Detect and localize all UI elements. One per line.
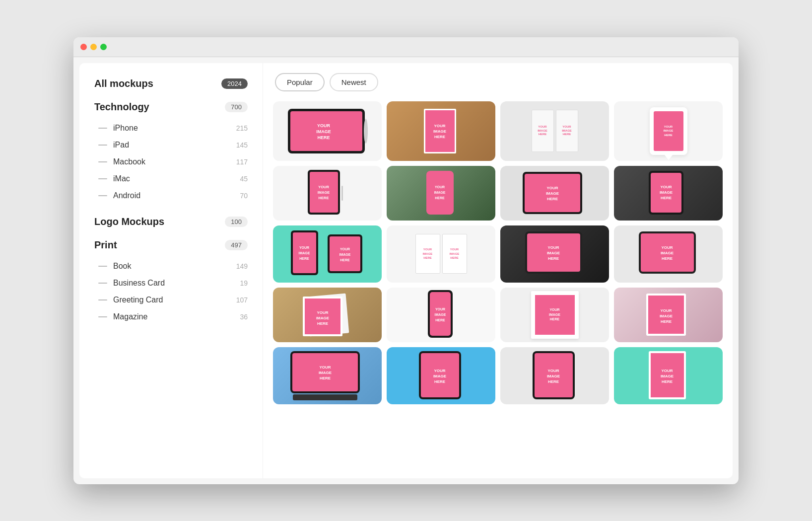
svg-text:HERE: HERE	[434, 135, 445, 139]
svg-text:IMAGE: IMAGE	[316, 129, 331, 134]
svg-text:IMAGE: IMAGE	[339, 253, 350, 256]
svg-text:HERE: HERE	[661, 379, 673, 384]
imac-label: iMac	[113, 174, 130, 183]
mockup-item-4[interactable]: YOURIMAGEHERE	[614, 101, 723, 161]
mockup-grid: YOUR IMAGE HERE	[273, 101, 723, 404]
svg-text:YOUR: YOUR	[661, 245, 673, 250]
svg-text:IMAGE: IMAGE	[660, 374, 674, 378]
svg-text:HERE: HERE	[435, 318, 445, 322]
mockup-item-17[interactable]: YOUR IMAGE HERE	[273, 347, 382, 404]
sidebar-technology-section: Technology 700 iPhone 215 iPad	[94, 101, 248, 204]
svg-text:IMAGE: IMAGE	[317, 190, 330, 195]
minimize-button[interactable]	[90, 44, 97, 50]
svg-text:YOUR: YOUR	[435, 307, 445, 311]
mockup-item-6[interactable]: YOUR IMAGE HERE	[387, 166, 495, 221]
svg-text:YOUR: YOUR	[317, 123, 330, 128]
dash-icon	[98, 161, 107, 162]
svg-text:IMAGE: IMAGE	[546, 374, 560, 378]
sidebar-item-iphone[interactable]: iPhone 215	[98, 120, 248, 137]
svg-text:YOUR: YOUR	[546, 186, 558, 190]
dash-icon	[98, 128, 107, 129]
imac-count: 45	[240, 175, 248, 183]
close-button[interactable]	[80, 44, 87, 50]
dash-icon	[98, 299, 107, 300]
technology-badge: 700	[225, 102, 248, 112]
svg-text:HERE: HERE	[661, 256, 673, 261]
mockup-item-14[interactable]: YOUR IMAGE HERE	[387, 288, 495, 342]
mockup-item-15[interactable]: YOURIMAGEHERE	[500, 288, 609, 342]
sidebar-item-macbook[interactable]: Macbook 117	[98, 153, 248, 170]
dash-icon	[98, 178, 107, 179]
mockup-item-9[interactable]: YOUR IMAGE HERE YOUR IMAGE HERE	[273, 225, 382, 283]
sidebar-item-book[interactable]: Book 149	[98, 258, 248, 275]
iphone-count: 215	[236, 124, 248, 132]
svg-text:HERE: HERE	[547, 379, 559, 384]
svg-text:HERE: HERE	[547, 256, 559, 261]
svg-text:IMAGE: IMAGE	[318, 371, 332, 375]
mockup-item-12[interactable]: YOUR IMAGE HERE	[614, 225, 723, 283]
svg-text:YOUR: YOUR	[660, 308, 672, 313]
mockup-item-16[interactable]: YOUR IMAGE HERE	[614, 288, 723, 342]
macbook-label: Macbook	[113, 157, 145, 166]
sidebar-item-android[interactable]: Android 70	[98, 187, 248, 204]
app-window: All mockups 2024 Technology 700 iPhone	[73, 37, 739, 484]
sidebar-item-greeting-card[interactable]: Greeting Card 107	[98, 292, 248, 308]
mockup-item-8[interactable]: YOUR IMAGE HERE	[614, 166, 723, 221]
sidebar-logo-section: Logo Mockups 100	[94, 216, 248, 227]
grid-area: YOUR IMAGE HERE	[263, 96, 733, 478]
sidebar-item-ipad[interactable]: iPad 145	[98, 137, 248, 153]
magazine-count: 36	[240, 313, 248, 321]
print-sub-items: Book 149 Business Card 19	[94, 258, 248, 325]
mockup-item-19[interactable]: YOUR IMAGE HERE	[500, 347, 609, 404]
svg-text:HERE: HERE	[317, 321, 328, 326]
svg-text:IMAGE: IMAGE	[434, 313, 446, 316]
greeting-card-count: 107	[236, 296, 248, 304]
technology-label: Technology	[94, 101, 149, 113]
svg-rect-16	[341, 186, 343, 201]
svg-text:YOUR: YOUR	[434, 185, 444, 189]
mockup-item-11[interactable]: YOUR IMAGE HERE	[500, 225, 609, 283]
svg-text:HERE: HERE	[340, 258, 350, 262]
svg-text:YOUR: YOUR	[547, 245, 559, 250]
mockup-item-1[interactable]: YOUR IMAGE HERE	[273, 101, 382, 161]
svg-text:HERE: HERE	[546, 197, 558, 201]
mockup-item-5[interactable]: YOUR IMAGE HERE	[273, 166, 382, 221]
mockup-item-2[interactable]: YOUR IMAGE HERE	[387, 101, 495, 161]
mockup-item-18[interactable]: YOUR IMAGE HERE	[387, 347, 495, 404]
sidebar: All mockups 2024 Technology 700 iPhone	[79, 63, 263, 478]
svg-text:YOUR: YOUR	[661, 369, 673, 373]
mockup-item-13[interactable]: YOUR IMAGE HERE	[273, 288, 382, 342]
business-card-label: Business Card	[113, 279, 165, 288]
logo-category[interactable]: Logo Mockups 100	[94, 216, 248, 227]
sidebar-all-mockups: All mockups 2024	[94, 78, 248, 89]
mockup-item-3[interactable]: YOURIMAGEHERE YOURIMAGEHERE	[500, 101, 609, 161]
svg-point-5	[364, 119, 368, 144]
technology-category[interactable]: Technology 700	[94, 101, 248, 113]
dash-icon	[98, 266, 107, 267]
newest-filter-button[interactable]: Newest	[330, 73, 378, 91]
svg-text:IMAGE: IMAGE	[433, 374, 446, 378]
svg-text:YOUR: YOUR	[434, 124, 445, 128]
sidebar-item-business-card[interactable]: Business Card 19	[98, 275, 248, 292]
greeting-card-label: Greeting Card	[113, 296, 163, 304]
sidebar-item-imac[interactable]: iMac 45	[98, 170, 248, 187]
mockup-item-10[interactable]: YOURIMAGEHERE YOURIMAGEHERE	[387, 225, 495, 283]
all-mockups-category[interactable]: All mockups 2024	[94, 78, 248, 89]
print-category[interactable]: Print 497	[94, 239, 248, 251]
popular-filter-button[interactable]: Popular	[275, 73, 325, 91]
android-label: Android	[113, 191, 140, 200]
sidebar-item-magazine[interactable]: Magazine 36	[98, 308, 248, 325]
ipad-label: iPad	[113, 141, 129, 149]
maximize-button[interactable]	[100, 44, 107, 50]
svg-text:HERE: HERE	[299, 257, 309, 260]
svg-text:HERE: HERE	[435, 196, 445, 200]
svg-text:YOUR: YOUR	[317, 310, 328, 315]
svg-text:HERE: HERE	[660, 319, 672, 324]
svg-text:IMAGE: IMAGE	[298, 251, 310, 255]
mockup-item-7[interactable]: YOUR IMAGE HERE	[500, 166, 609, 221]
svg-text:IMAGE: IMAGE	[660, 251, 674, 255]
svg-text:YOUR: YOUR	[339, 247, 349, 251]
traffic-lights	[80, 44, 107, 50]
mockup-item-20[interactable]: YOUR IMAGE HERE	[614, 347, 723, 404]
business-card-count: 19	[240, 279, 248, 287]
